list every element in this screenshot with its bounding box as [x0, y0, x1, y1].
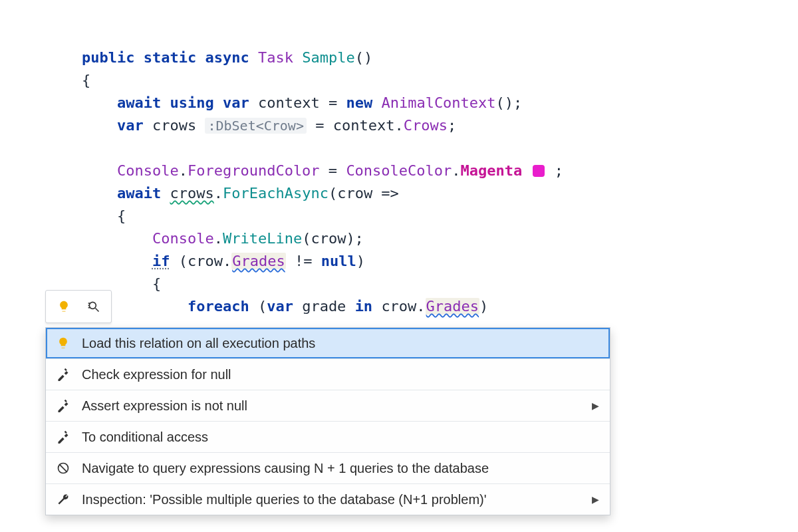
color-chip-magenta [533, 165, 545, 177]
keyword-async: async [205, 49, 249, 66]
inlay-hint-dbset: :DbSet<Crow> [205, 118, 307, 134]
svg-line-6 [59, 464, 67, 472]
keyword-in: in [355, 298, 373, 315]
ident-crows: crows [152, 117, 196, 134]
hammer-icon [54, 430, 72, 444]
popup-item-3[interactable]: To conditional access [46, 421, 610, 452]
hammer-icon [54, 368, 72, 381]
property-foregroundcolor: ForegroundColor [188, 162, 320, 179]
type-task: Task [258, 49, 293, 66]
value-magenta: Magenta [461, 162, 523, 179]
code-editor[interactable]: public static async Task Sample() { awai… [0, 0, 798, 532]
property-crows: Crows [404, 117, 448, 134]
quickfix-popup[interactable]: Load this relation on all execution path… [45, 327, 610, 515]
popup-item-1[interactable]: Check expression for null [46, 358, 610, 390]
type-console: Console [117, 162, 179, 179]
bulb-icon [54, 336, 72, 350]
popup-item-label: Navigate to query expressions causing N … [82, 461, 602, 476]
popup-item-label: Inspection: 'Possible multiple queries t… [82, 492, 592, 507]
nav-icon [54, 462, 72, 475]
type-consolecolor: ConsoleColor [346, 162, 452, 179]
method-sample: Sample [302, 49, 354, 66]
hammer-icon [54, 399, 72, 412]
popup-item-4[interactable]: Navigate to query expressions causing N … [46, 452, 610, 483]
popup-item-label: Load this relation on all execution path… [82, 336, 602, 351]
method-foreachasync: ForEachAsync [223, 185, 329, 201]
popup-item-5[interactable]: Inspection: 'Possible multiple queries t… [46, 483, 610, 515]
popup-item-label: To conditional access [82, 430, 602, 445]
quickfix-button[interactable] [45, 290, 112, 323]
method-writeline: WriteLine [223, 230, 302, 247]
keyword-if: if [152, 253, 170, 269]
property-grades-1: Grades [231, 253, 285, 269]
keyword-static: static [144, 49, 196, 66]
source-code: public static async Task Sample() { awai… [47, 47, 563, 318]
popup-item-label: Assert expression is not null [82, 398, 592, 414]
keyword-public: public [82, 49, 134, 66]
ident-grade: grade [302, 298, 346, 315]
keyword-foreach: foreach [188, 298, 249, 315]
wrench-icon [54, 493, 72, 506]
keyword-var: var [117, 117, 144, 134]
type-animalcontext: AnimalContext [381, 94, 495, 111]
keyword-null: null [321, 253, 356, 269]
chevron-right-icon: ▶ [592, 400, 602, 411]
svg-line-1 [95, 309, 98, 312]
warn-crows: crows [170, 185, 213, 201]
lightbulb-icon [57, 300, 70, 313]
keyword-new: new [346, 94, 372, 111]
inspect-icon [87, 300, 100, 313]
popup-item-0[interactable]: Load this relation on all execution path… [46, 328, 610, 358]
keyword-var: var [223, 94, 249, 111]
popup-item-label: Check expression for null [82, 367, 602, 382]
keyword-await: await [117, 94, 161, 111]
ident-context: context [258, 94, 320, 111]
popup-item-2[interactable]: Assert expression is not null▶ [46, 390, 610, 421]
svg-point-0 [89, 302, 96, 309]
keyword-using: using [170, 94, 213, 111]
chevron-right-icon: ▶ [592, 494, 602, 505]
property-grades-2: Grades [426, 298, 479, 315]
